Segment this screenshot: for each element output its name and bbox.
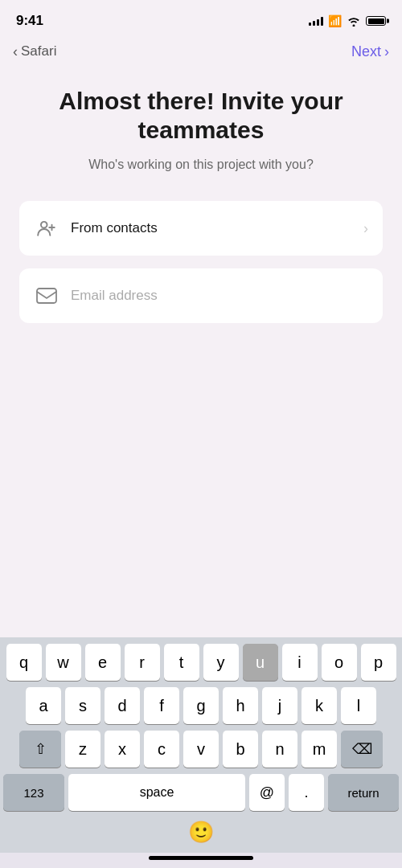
key-q[interactable]: q [6, 644, 42, 681]
wifi-icon [347, 16, 361, 27]
signal-bars-icon [309, 16, 323, 26]
key-k[interactable]: k [302, 687, 337, 724]
email-input[interactable] [71, 288, 368, 304]
svg-rect-1 [37, 289, 56, 303]
key-m[interactable]: m [302, 731, 337, 768]
at-key[interactable]: @ [249, 774, 285, 811]
key-y[interactable]: y [203, 644, 239, 681]
key-s[interactable]: s [65, 687, 100, 724]
key-u[interactable]: u [243, 644, 278, 681]
next-label: Next [351, 43, 381, 60]
key-e[interactable]: e [85, 644, 121, 681]
email-row [19, 268, 383, 323]
key-c[interactable]: c [144, 731, 179, 768]
wifi-icon: 📶 [328, 14, 342, 27]
page-title: Almost there! Invite your teammates [19, 87, 383, 145]
key-d[interactable]: d [105, 687, 140, 724]
key-h[interactable]: h [223, 687, 258, 724]
key-r[interactable]: r [125, 644, 160, 681]
nav-bar: ‹ Safari Next › [0, 35, 402, 71]
from-contacts-card: From contacts › [19, 201, 383, 256]
key-j[interactable]: j [262, 687, 297, 724]
keyboard-row-4: 123 space @ . return [3, 774, 399, 811]
shift-key[interactable]: ⇧ [19, 731, 61, 768]
backspace-key[interactable]: ⌫ [341, 731, 383, 768]
key-g[interactable]: g [183, 687, 219, 724]
keyboard-row-2: a s d f g h j k l [3, 687, 399, 724]
back-label: Safari [21, 43, 56, 59]
key-a[interactable]: a [26, 687, 61, 724]
key-v[interactable]: v [183, 731, 219, 768]
email-icon [34, 283, 59, 309]
back-chevron-icon: ‹ [13, 43, 18, 60]
key-w[interactable]: w [46, 644, 81, 681]
key-n[interactable]: n [262, 731, 297, 768]
key-f[interactable]: f [144, 687, 179, 724]
key-t[interactable]: t [164, 644, 199, 681]
keyboard: q w e r t y u i o p a s d f g h j k l ⇧ … [0, 637, 402, 853]
next-chevron-icon: › [384, 43, 389, 60]
main-content: Almost there! Invite your teammates Who'… [0, 71, 402, 637]
space-key[interactable]: space [68, 774, 245, 811]
period-key[interactable]: . [289, 774, 324, 811]
key-l[interactable]: l [341, 687, 376, 724]
back-button[interactable]: ‹ Safari [13, 43, 56, 60]
emoji-icon[interactable]: 🙂 [188, 820, 214, 845]
keyboard-row-3: ⇧ z x c v b n m ⌫ [3, 731, 399, 768]
key-x[interactable]: x [105, 731, 140, 768]
key-o[interactable]: o [322, 644, 357, 681]
key-b[interactable]: b [223, 731, 258, 768]
svg-point-0 [41, 222, 47, 228]
next-button[interactable]: Next › [351, 43, 389, 60]
from-contacts-label: From contacts [71, 220, 363, 236]
status-time: 9:41 [16, 13, 43, 29]
status-icons: 📶 [309, 14, 386, 27]
numbers-key[interactable]: 123 [3, 774, 64, 811]
key-p[interactable]: p [361, 644, 396, 681]
status-bar: 9:41 📶 [0, 0, 402, 35]
key-i[interactable]: i [282, 644, 318, 681]
keyboard-row-1: q w e r t y u i o p [3, 644, 399, 681]
key-z[interactable]: z [65, 731, 100, 768]
home-indicator [149, 856, 253, 860]
page-subtitle: Who's working on this project with you? [19, 158, 383, 172]
from-contacts-row[interactable]: From contacts › [19, 201, 383, 256]
email-card [19, 268, 383, 323]
contacts-icon [34, 215, 59, 241]
return-key[interactable]: return [328, 774, 399, 811]
emoji-bar: 🙂 [3, 814, 399, 850]
home-indicator-bar [0, 853, 402, 868]
battery-icon [366, 16, 386, 26]
from-contacts-chevron-icon: › [363, 220, 368, 237]
